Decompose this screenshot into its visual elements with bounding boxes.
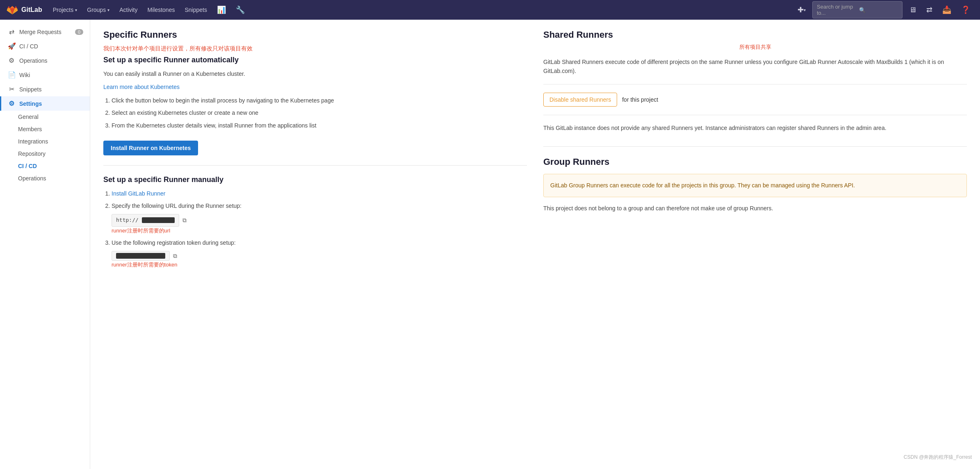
- disable-shared-runners-row: Disable shared Runners for this project: [543, 93, 967, 107]
- sidebar-item-operations[interactable]: ⚙ Operations: [0, 53, 90, 68]
- help-icon[interactable]: ❓: [958, 3, 973, 17]
- nav-activity[interactable]: Activity: [115, 4, 141, 16]
- nav-snippets[interactable]: Snippets: [180, 4, 211, 16]
- search-icon: 🔍: [859, 7, 898, 13]
- specific-runners-title: Specific Runners: [103, 30, 527, 40]
- group-runners-block: Group Runners GitLab Group Runners can e…: [543, 157, 967, 227]
- manual-setup-block: Set up a specific Runner manually Instal…: [103, 175, 527, 283]
- settings-icon: ⚙: [8, 100, 15, 107]
- auto-setup-block: Set up a specific Runner automatically Y…: [103, 56, 527, 166]
- sidebar-subitem-members[interactable]: Members: [18, 123, 90, 135]
- specific-runners-annotation: 我们本次针对单个项目进行设置，所有修改只对该项目有效: [103, 45, 527, 52]
- sidebar-item-cicd[interactable]: 🚀 CI / CD: [0, 39, 90, 53]
- group-runners-title: Group Runners: [543, 157, 967, 167]
- specific-runners-section: Specific Runners 我们本次针对单个项目进行设置，所有修改只对该项…: [103, 30, 527, 283]
- cicd-icon: 🚀: [8, 42, 15, 50]
- chevron-down-icon: ▾: [75, 8, 77, 12]
- shared-runners-description: GitLab Shared Runners execute code of di…: [543, 57, 967, 76]
- navbar-right: ✚ ▾ Search or jump to... 🔍 🖥 ⇄ 📥 ❓: [794, 1, 973, 18]
- todo-icon[interactable]: 🖥: [906, 3, 920, 17]
- manual-step-1: Install GitLab Runner: [112, 189, 527, 198]
- shared-runners-subtitle: 所有项目共享: [543, 43, 967, 51]
- sidebar-subitem-repository[interactable]: Repository: [18, 148, 90, 160]
- sidebar: ⇄ Merge Requests 0 🚀 CI / CD ⚙ Operation…: [0, 20, 90, 469]
- sidebar-subitem-integrations[interactable]: Integrations: [18, 135, 90, 148]
- navbar: GitLab Projects ▾ Groups ▾ Activity Mile…: [0, 0, 980, 20]
- copy-token-icon[interactable]: ⧉: [173, 251, 177, 260]
- new-item-button[interactable]: ✚ ▾: [794, 3, 809, 17]
- auto-step-3: From the Kubernetes cluster details view…: [112, 121, 527, 130]
- manual-step-3: Use the following registration token dur…: [112, 238, 527, 269]
- nav-chart-icon[interactable]: 📊: [213, 3, 230, 17]
- operations-icon: ⚙: [8, 57, 15, 64]
- auto-setup-description: You can easily install a Runner on a Kub…: [103, 69, 527, 78]
- layout: ⇄ Merge Requests 0 🚀 CI / CD ⚙ Operation…: [0, 20, 980, 469]
- right-column: Shared Runners 所有项目共享 GitLab Shared Runn…: [543, 30, 967, 293]
- disable-shared-runners-button[interactable]: Disable shared Runners: [543, 93, 617, 107]
- chevron-down-icon: ▾: [107, 8, 109, 12]
- inbox-icon[interactable]: 📥: [939, 3, 955, 17]
- nav-groups[interactable]: Groups ▾: [83, 4, 114, 16]
- sidebar-subitem-general[interactable]: General: [18, 111, 90, 123]
- url-annotation: runner注册时所需要的url: [112, 227, 527, 235]
- sidebar-subitem-operations[interactable]: Operations: [18, 172, 90, 184]
- learn-kubernetes-link[interactable]: Learn more about Kubernetes: [103, 84, 180, 90]
- auto-step-2: Select an existing Kubernetes cluster or…: [112, 108, 527, 117]
- shared-runners-info: This GitLab instance does not provide an…: [543, 123, 967, 132]
- runner-url-box: http://: [112, 214, 179, 227]
- runner-token-box: [112, 251, 170, 261]
- group-runners-info-box: GitLab Group Runners can execute code fo…: [543, 174, 967, 197]
- auto-step-1: Click the button below to begin the inst…: [112, 96, 527, 105]
- token-annotation: runner注册时所需要的token: [112, 261, 527, 269]
- main-content: Specific Runners 我们本次针对单个项目进行设置，所有修改只对该项…: [90, 20, 980, 469]
- install-runner-kubernetes-button[interactable]: Install Runner on Kubernetes: [103, 141, 198, 155]
- disable-shared-runners-suffix: for this project: [622, 96, 658, 103]
- copy-url-icon[interactable]: ⧉: [182, 216, 187, 225]
- wiki-icon: 📄: [8, 71, 15, 79]
- merge-requests-badge: 0: [75, 29, 83, 35]
- manual-step-2: Specify the following URL during the Run…: [112, 201, 527, 235]
- runner-url-redacted: [142, 217, 175, 223]
- sidebar-subnav: General Members Integrations Repository …: [0, 111, 90, 184]
- runner-token-redacted: [116, 253, 165, 259]
- manual-setup-title: Set up a specific Runner manually: [103, 175, 527, 184]
- nav-projects[interactable]: Projects ▾: [49, 4, 82, 16]
- search-box[interactable]: Search or jump to... 🔍: [812, 1, 903, 18]
- csdn-watermark: CSDN @奔跑的程序猿_Forrest: [904, 454, 972, 461]
- snippets-icon: ✂: [8, 85, 15, 93]
- sidebar-item-wiki[interactable]: 📄 Wiki: [0, 68, 90, 82]
- brand[interactable]: GitLab: [7, 4, 42, 16]
- merge-requests-icon: ⇄: [8, 28, 15, 36]
- gitlab-logo-icon: [7, 4, 18, 16]
- divider-1: [543, 84, 967, 84]
- shared-runners-title: Shared Runners: [543, 30, 967, 40]
- nav-wrench-icon[interactable]: 🔧: [232, 3, 249, 17]
- group-runners-description: This project does not belong to a group …: [543, 204, 967, 213]
- content-grid: Specific Runners 我们本次针对单个项目进行设置，所有修改只对该项…: [103, 30, 967, 293]
- sidebar-subitem-cicd[interactable]: CI / CD: [18, 160, 90, 172]
- navbar-nav: Projects ▾ Groups ▾ Activity Milestones …: [49, 3, 791, 17]
- sidebar-item-settings[interactable]: ⚙ Settings: [0, 96, 90, 111]
- sidebar-item-snippets[interactable]: ✂ Snippets: [0, 82, 90, 96]
- merge-requests-icon[interactable]: ⇄: [923, 3, 936, 17]
- divider-2: [543, 115, 967, 115]
- left-column: Specific Runners 我们本次针对单个项目进行设置，所有修改只对该项…: [103, 30, 527, 293]
- shared-runners-block: Shared Runners 所有项目共享 GitLab Shared Runn…: [543, 30, 967, 147]
- auto-setup-steps: Click the button below to begin the inst…: [103, 96, 527, 130]
- sidebar-item-merge-requests[interactable]: ⇄ Merge Requests 0: [0, 25, 90, 39]
- install-gitlab-runner-link[interactable]: Install GitLab Runner: [112, 190, 166, 197]
- nav-milestones[interactable]: Milestones: [144, 4, 179, 16]
- auto-setup-title: Set up a specific Runner automatically: [103, 56, 527, 64]
- manual-setup-steps: Install GitLab Runner Specify the follow…: [103, 189, 527, 269]
